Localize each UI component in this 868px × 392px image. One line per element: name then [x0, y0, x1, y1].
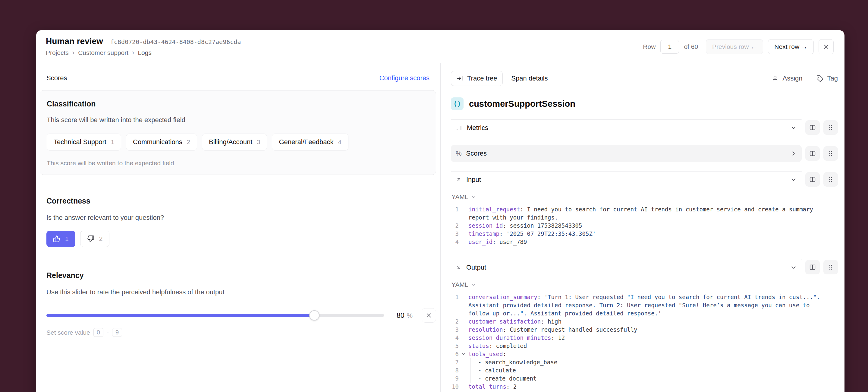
scores-row[interactable]: % Scores — [451, 145, 802, 162]
grip-dots-icon — [827, 150, 834, 157]
tag-icon — [816, 75, 824, 82]
percent-icon: % — [456, 150, 462, 157]
assign-button[interactable]: Assign — [772, 74, 802, 82]
yaml-line-content: - create_document — [468, 374, 828, 383]
panel-columns-icon — [809, 124, 816, 131]
grip-dots-icon — [827, 264, 834, 270]
option-billing-account-button[interactable]: Billing/Account 3 — [202, 133, 267, 150]
option-hotkey: 4 — [338, 139, 341, 146]
drag-handle-button[interactable] — [824, 146, 838, 161]
tag-button[interactable]: Tag — [816, 74, 838, 82]
tab-span-details[interactable]: Span details — [511, 74, 548, 82]
relevancy-slider[interactable] — [46, 314, 384, 317]
clear-icon — [426, 312, 432, 319]
slider-value-unit: % — [407, 312, 412, 319]
relevancy-section: Relevancy Use this slider to rate the pe… — [46, 271, 436, 337]
correctness-buttons: 1 2 — [46, 231, 436, 247]
format-label: YAML — [452, 193, 468, 201]
output-row[interactable]: Output — [451, 259, 802, 276]
chevron-down-icon — [790, 176, 797, 183]
title-row: Human review fc8d0720-db43-4624-8408-d8c… — [46, 36, 241, 46]
correctness-section: Correctness Is the answer relevant to yo… — [46, 197, 436, 247]
option-communications-button[interactable]: Communications 2 — [126, 133, 197, 150]
output-yaml-code: 1conversation_summary: 'Turn 1: User req… — [451, 293, 828, 391]
chevron-right-icon — [790, 150, 797, 157]
row-label: Row — [643, 43, 655, 50]
yaml-line: 4user_id: user_789 — [451, 238, 828, 246]
configure-scores-link[interactable]: Configure scores — [379, 74, 430, 82]
scores-label: Scores — [466, 150, 487, 157]
classification-description: This score will be written into the expe… — [47, 116, 429, 124]
correctness-description: Is the answer relevant to your question? — [46, 214, 436, 222]
thumbs-down-button[interactable]: 2 — [80, 231, 110, 247]
trace-id: fc8d0720-db43-4624-8408-d8c27ae96cda — [110, 38, 241, 46]
thumbs-up-hotkey: 1 — [65, 235, 69, 242]
collapse-chevron-icon[interactable] — [459, 350, 468, 358]
line-number: 3 — [451, 230, 459, 238]
yaml-line: 8- calculate — [451, 366, 828, 374]
breadcrumb-item-logs[interactable]: Logs — [138, 49, 152, 56]
yaml-line-content: total_turns: 2 — [468, 383, 828, 391]
yaml-line: 1conversation_summary: 'Turn 1: User req… — [451, 293, 828, 318]
yaml-line: 3resolution: Customer request handled su… — [451, 326, 828, 334]
split-view-button[interactable] — [805, 120, 820, 135]
clear-score-button[interactable] — [422, 308, 436, 323]
split-view-button[interactable] — [805, 260, 820, 274]
trace-panel: Trace tree Span details Assign — [441, 63, 844, 392]
row-number-input[interactable] — [660, 40, 679, 54]
input-yaml-code: 1initial_request: I need you to search f… — [451, 205, 828, 246]
input-label: Input — [466, 176, 481, 184]
option-technical-support-button[interactable]: Technical Support 1 — [47, 133, 121, 150]
scores-section: % Scores — [451, 145, 838, 162]
input-format-select[interactable]: YAML — [452, 193, 838, 201]
yaml-line: 2customer_satisfaction: high — [451, 318, 828, 326]
span-title-row: () customerSupportSession — [451, 97, 838, 110]
drag-handle-button[interactable] — [824, 120, 838, 135]
breadcrumb: Projects › Customer support › Logs — [46, 49, 241, 57]
input-row[interactable]: Input — [451, 171, 802, 188]
scores-panel: Scores Configure scores Classification T… — [36, 63, 441, 392]
line-number: 7 — [451, 358, 459, 366]
span-title: customerSupportSession — [469, 99, 575, 109]
yaml-line-content: - search_knowledge_base — [468, 358, 828, 366]
split-view-button[interactable] — [805, 172, 820, 187]
arrow-down-right-icon — [456, 265, 462, 270]
function-span-icon: () — [451, 97, 464, 110]
correctness-title: Correctness — [46, 197, 436, 205]
yaml-line-content: user_id: user_789 — [468, 238, 828, 246]
previous-row-button[interactable]: Previous row ← — [706, 39, 763, 54]
option-label: General/Feedback — [279, 138, 333, 146]
human-review-dialog: Human review fc8d0720-db43-4624-8408-d8c… — [36, 30, 844, 392]
arrow-up-right-icon — [456, 177, 462, 183]
output-format-select[interactable]: YAML — [452, 281, 838, 288]
line-number: 4 — [451, 334, 459, 342]
tab-trace-tree[interactable]: Trace tree — [451, 71, 503, 86]
page-title: Human review — [46, 36, 103, 46]
header-left: Human review fc8d0720-db43-4624-8408-d8c… — [46, 36, 241, 57]
next-row-button[interactable]: Next row → — [768, 39, 814, 54]
thumbs-up-button[interactable]: 1 — [46, 231, 75, 247]
row-total: of 60 — [684, 43, 698, 50]
slider-value-number: 80 — [397, 311, 404, 319]
panel-columns-icon — [809, 176, 816, 183]
metrics-row[interactable]: Metrics — [451, 119, 802, 136]
yaml-line-content: conversation_summary: 'Turn 1: User requ… — [468, 293, 828, 318]
yaml-line: 5status: completed — [451, 342, 828, 350]
dialog-content: Scores Configure scores Classification T… — [36, 63, 844, 392]
drag-handle-button[interactable] — [824, 172, 838, 187]
breadcrumb-item-projects[interactable]: Projects — [46, 49, 69, 56]
slider-thumb[interactable] — [309, 310, 319, 321]
option-hotkey: 3 — [257, 139, 260, 146]
close-button[interactable] — [818, 39, 834, 54]
yaml-line-content: - calculate — [468, 366, 828, 374]
breadcrumb-item-customer-support[interactable]: Customer support — [78, 49, 128, 56]
breadcrumb-separator-icon: › — [72, 49, 74, 57]
classification-footer: This score will be written to the expect… — [47, 159, 429, 167]
split-view-button[interactable] — [805, 146, 820, 161]
grip-dots-icon — [827, 176, 834, 183]
option-general-feedback-button[interactable]: General/Feedback 4 — [272, 133, 348, 150]
dialog-header: Human review fc8d0720-db43-4624-8408-d8c… — [36, 30, 844, 63]
yaml-line-content: customer_satisfaction: high — [468, 318, 828, 326]
line-number: 10 — [451, 383, 459, 391]
drag-handle-button[interactable] — [824, 260, 838, 274]
